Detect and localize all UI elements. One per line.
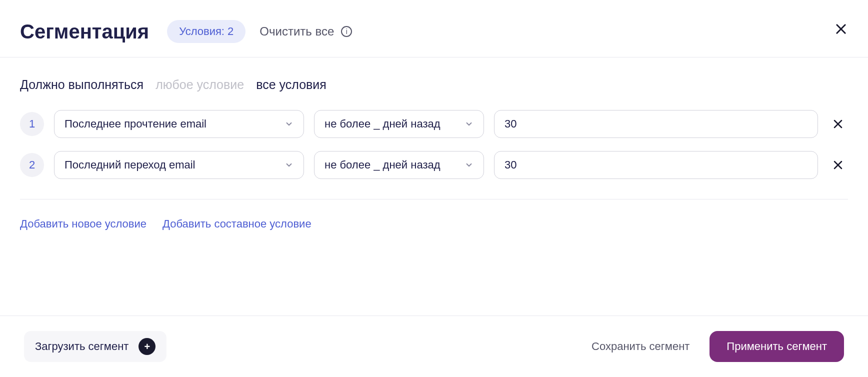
chevron-down-icon xyxy=(464,120,474,128)
body: Должно выполняться любое условие все усл… xyxy=(0,58,868,248)
remove-rule-button[interactable] xyxy=(828,155,848,175)
close-button[interactable] xyxy=(834,22,848,36)
header: Сегментация Условия: 2 Очистить все i xyxy=(0,0,868,58)
info-icon[interactable]: i xyxy=(341,26,352,37)
close-icon xyxy=(834,22,848,36)
add-compound-condition-link[interactable]: Добавить составное условие xyxy=(162,218,312,230)
close-icon xyxy=(832,159,844,171)
match-any-toggle[interactable]: любое условие xyxy=(156,78,244,92)
clear-all-label: Очистить все xyxy=(260,24,334,38)
rule-number: 2 xyxy=(20,153,44,177)
rule-field-value: Последний переход email xyxy=(64,158,195,172)
rule-field-select[interactable]: Последний переход email xyxy=(54,151,304,179)
rule-field-select[interactable]: Последнее прочтение email xyxy=(54,110,304,138)
load-segment-button[interactable]: Загрузить сегмент + xyxy=(24,331,166,362)
apply-segment-button[interactable]: Применить сегмент xyxy=(710,331,844,362)
add-actions: Добавить новое условие Добавить составно… xyxy=(20,200,848,248)
footer-right: Сохранить сегмент Применить сегмент xyxy=(592,331,844,362)
conditions-count-badge: Условия: 2 xyxy=(167,20,246,43)
rule-value-input[interactable] xyxy=(494,110,818,138)
rules-list: 1 Последнее прочтение email не более _ д… xyxy=(20,110,848,200)
load-segment-label: Загрузить сегмент xyxy=(35,340,128,353)
remove-rule-button[interactable] xyxy=(828,114,848,134)
match-mode-row: Должно выполняться любое условие все усл… xyxy=(20,78,848,92)
match-label: Должно выполняться xyxy=(20,78,144,92)
close-icon xyxy=(832,118,844,130)
chevron-down-icon xyxy=(284,120,294,128)
rule-operator-value: не более _ дней назад xyxy=(324,158,440,172)
rule-field-value: Последнее прочтение email xyxy=(64,118,206,130)
rule-number: 1 xyxy=(20,112,44,136)
rule-operator-value: не более _ дней назад xyxy=(324,118,440,130)
clear-all-button[interactable]: Очистить все i xyxy=(260,24,352,38)
chevron-down-icon xyxy=(464,160,474,170)
rule-operator-select[interactable]: не более _ дней назад xyxy=(314,151,484,179)
rule-row: 2 Последний переход email не более _ дне… xyxy=(20,151,848,179)
footer: Загрузить сегмент + Сохранить сегмент Пр… xyxy=(0,316,868,377)
page-title: Сегментация xyxy=(20,20,149,43)
rule-operator-select[interactable]: не более _ дней назад xyxy=(314,110,484,138)
plus-icon: + xyxy=(138,338,156,355)
add-condition-link[interactable]: Добавить новое условие xyxy=(20,218,146,230)
match-all-toggle[interactable]: все условия xyxy=(256,78,326,92)
rule-row: 1 Последнее прочтение email не более _ д… xyxy=(20,110,848,138)
chevron-down-icon xyxy=(284,160,294,170)
save-segment-button[interactable]: Сохранить сегмент xyxy=(592,340,690,353)
rule-value-input[interactable] xyxy=(494,151,818,179)
